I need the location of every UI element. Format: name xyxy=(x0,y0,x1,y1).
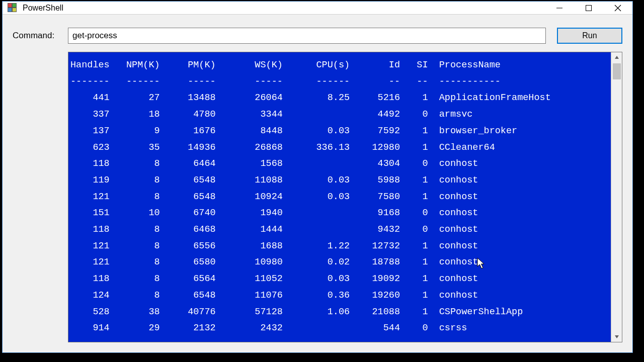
scroll-down-arrow[interactable] xyxy=(611,332,622,342)
svg-marker-4 xyxy=(615,56,619,59)
window-controls xyxy=(545,2,632,14)
close-button[interactable] xyxy=(603,2,632,14)
run-button[interactable]: Run xyxy=(557,28,622,44)
command-label: Command: xyxy=(13,31,64,41)
titlebar[interactable]: PowerShell xyxy=(3,2,632,15)
scroll-thumb[interactable] xyxy=(613,63,621,79)
svg-rect-1 xyxy=(586,5,592,11)
output-text[interactable]: Handles NPM(K) PM(K) WS(K) CPU(s) Id SI … xyxy=(68,52,611,342)
client-area: Command: Run Handles NPM(K) PM(K) WS(K) … xyxy=(3,15,632,352)
svg-marker-5 xyxy=(615,335,619,338)
run-button-label: Run xyxy=(582,31,597,40)
maximize-button[interactable] xyxy=(574,2,603,14)
command-input[interactable] xyxy=(68,28,546,44)
app-window: PowerShell Command: Run Handles NPM(K) P… xyxy=(2,1,633,353)
scroll-up-arrow[interactable] xyxy=(611,52,622,62)
process-table: Handles NPM(K) PM(K) WS(K) CPU(s) Id SI … xyxy=(70,57,608,337)
app-icon xyxy=(8,3,18,13)
minimize-button[interactable] xyxy=(545,2,574,14)
command-row: Command: Run xyxy=(13,28,622,44)
vertical-scrollbar[interactable] xyxy=(611,52,622,342)
output-panel: Handles NPM(K) PM(K) WS(K) CPU(s) Id SI … xyxy=(68,52,622,342)
window-title: PowerShell xyxy=(23,4,545,13)
